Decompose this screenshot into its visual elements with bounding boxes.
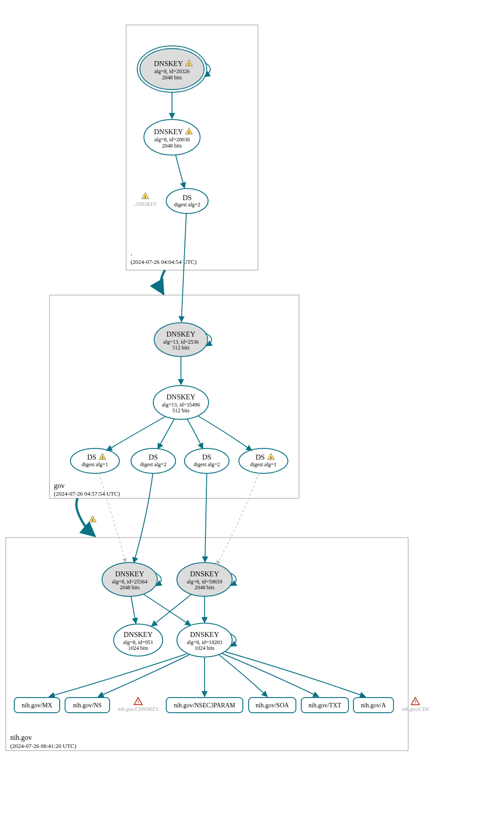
svg-text:1024 bits: 1024 bits bbox=[195, 645, 215, 651]
svg-text:nih.gov/TXT: nih.gov/TXT bbox=[308, 702, 341, 709]
svg-text:digest alg=1: digest alg=1 bbox=[250, 461, 276, 468]
svg-text:DNSKEY: DNSKEY bbox=[124, 631, 153, 638]
svg-text:DNSKEY: DNSKEY bbox=[190, 570, 219, 578]
svg-text:1024 bits: 1024 bits bbox=[128, 645, 148, 651]
svg-text:nih.gov/NSEC3PARAM: nih.gov/NSEC3PARAM bbox=[174, 702, 235, 709]
label-nih-cdnskey: nih.gov/CDNSKEY bbox=[118, 698, 159, 712]
rec-ns[interactable]: nih.gov/NS bbox=[65, 698, 110, 713]
svg-text:DS: DS bbox=[87, 453, 96, 461]
edge-root-zsk-ds bbox=[176, 155, 184, 188]
edge-nih-zsk2-mx bbox=[49, 654, 187, 697]
node-gov-zsk[interactable]: DNSKEY alg=13, id=35496 512 bits bbox=[153, 386, 209, 419]
svg-text:nih.gov/SOA: nih.gov/SOA bbox=[256, 702, 289, 709]
svg-text:2048 bits: 2048 bits bbox=[195, 584, 215, 591]
zone-ts-root: (2024-07-26 04:04:54 UTC) bbox=[131, 259, 197, 265]
svg-text:DNSKEY: DNSKEY bbox=[115, 570, 144, 578]
svg-text:alg=8, id=59659: alg=8, id=59659 bbox=[187, 579, 222, 585]
node-root-ds[interactable]: DS digest alg=2 bbox=[166, 189, 208, 214]
svg-text:DNSKEY: DNSKEY bbox=[154, 128, 183, 136]
svg-text:alg=8, id=20038: alg=8, id=20038 bbox=[154, 136, 190, 143]
node-nih-ksk1[interactable]: DNSKEY alg=8, id=25564 2048 bits bbox=[102, 563, 157, 596]
svg-text:alg=8, id=951: alg=8, id=951 bbox=[123, 639, 153, 645]
svg-text:DNSKEY: DNSKEY bbox=[167, 330, 196, 338]
edge-gov-zsk-ds3 bbox=[187, 419, 203, 449]
edge-nih-zsk2-ns bbox=[98, 655, 189, 697]
svg-text:digest alg=1: digest alg=1 bbox=[82, 461, 108, 468]
edge-nih-zsk2-soa bbox=[218, 654, 267, 697]
svg-text:digest alg=2: digest alg=2 bbox=[174, 201, 200, 208]
svg-text:DNSKEY: DNSKEY bbox=[190, 631, 219, 638]
svg-text:DS: DS bbox=[183, 194, 192, 201]
edge-nih-ksk1-zsk2 bbox=[143, 594, 191, 625]
svg-text:alg=8, id=25564: alg=8, id=25564 bbox=[112, 579, 148, 585]
edge-nih-zsk2-txt bbox=[222, 653, 319, 697]
zone-ts-nih: (2024-07-26 08:41:20 UTC) bbox=[10, 743, 76, 749]
edge-gov-zsk-ds2 bbox=[158, 419, 174, 449]
rec-a[interactable]: nih.gov/A bbox=[353, 698, 393, 713]
svg-text:nih.gov/MX: nih.gov/MX bbox=[22, 702, 53, 709]
edge-gov-ds3-nih-ksk2 bbox=[205, 473, 207, 562]
svg-text:DS: DS bbox=[256, 453, 265, 461]
node-gov-ksk[interactable]: DNSKEY alg=13, id=2536 512 bits bbox=[154, 323, 208, 357]
node-nih-ksk2[interactable]: DNSKEY alg=8, id=59659 2048 bits bbox=[177, 563, 232, 596]
svg-text:512 bits: 512 bits bbox=[172, 345, 190, 351]
rec-mx[interactable]: nih.gov/MX bbox=[14, 698, 60, 713]
edge-root-ds-gov-ksk bbox=[181, 214, 186, 322]
svg-text:alg=8, id=20326: alg=8, id=20326 bbox=[154, 68, 190, 74]
label-root-dnskey-missing: ./DNSKEY bbox=[134, 193, 157, 207]
zone-ts-gov: (2024-07-26 04:57:54 UTC) bbox=[54, 490, 120, 497]
svg-point-23 bbox=[70, 448, 119, 473]
edge-nih-zsk2-a bbox=[225, 652, 365, 697]
edge-gov-ds2-nih-ksk1 bbox=[134, 473, 153, 563]
node-nih-zsk2[interactable]: DNSKEY alg=8, id=19203 1024 bits bbox=[177, 623, 232, 657]
node-gov-ds2[interactable]: DS digest alg=2 bbox=[131, 448, 176, 473]
svg-text:DNSKEY: DNSKEY bbox=[167, 393, 196, 401]
label-nih-cds: nih.gov/CDS bbox=[402, 698, 429, 712]
node-gov-ds1[interactable]: DS digest alg=1 bbox=[70, 448, 119, 473]
svg-text:2048 bits: 2048 bits bbox=[120, 584, 140, 591]
zone-name-gov: gov bbox=[54, 482, 65, 490]
svg-text:512 bits: 512 bits bbox=[172, 407, 190, 414]
svg-text:DS: DS bbox=[149, 453, 158, 461]
node-nih-zsk1[interactable]: DNSKEY alg=8, id=951 1024 bits bbox=[114, 624, 163, 656]
edge-gov-zsk-ds4 bbox=[198, 416, 252, 451]
edge-nih-ksk1-zsk1 bbox=[131, 596, 136, 624]
svg-text:DNSKEY: DNSKEY bbox=[154, 60, 183, 67]
svg-point-32 bbox=[239, 448, 288, 473]
svg-text:./DNSKEY: ./DNSKEY bbox=[134, 201, 157, 207]
rec-nsec3param[interactable]: nih.gov/NSEC3PARAM bbox=[166, 698, 243, 713]
svg-text:alg=13, id=35496: alg=13, id=35496 bbox=[162, 402, 200, 408]
svg-text:nih.gov/CDNSKEY: nih.gov/CDNSKEY bbox=[118, 706, 159, 712]
svg-text:alg=8, id=19203: alg=8, id=19203 bbox=[187, 639, 222, 645]
edge-gov-zsk-ds1 bbox=[107, 417, 165, 451]
svg-text:nih.gov/NS: nih.gov/NS bbox=[73, 702, 102, 709]
svg-text:digest alg=2: digest alg=2 bbox=[193, 461, 220, 468]
node-gov-ds4[interactable]: DS digest alg=1 bbox=[239, 448, 288, 473]
node-root-zsk[interactable]: DNSKEY alg=8, id=20038 2048 bits bbox=[144, 119, 200, 155]
edge-gov-ds4-nih-ksk2 bbox=[217, 473, 259, 565]
svg-point-26 bbox=[131, 448, 176, 473]
zone-name-root: . bbox=[131, 249, 132, 257]
svg-text:nih.gov/A: nih.gov/A bbox=[361, 702, 386, 709]
deleg-edge-root-gov bbox=[161, 270, 165, 294]
svg-text:digest alg=2: digest alg=2 bbox=[140, 461, 166, 468]
svg-text:nih.gov/CDS: nih.gov/CDS bbox=[402, 706, 429, 712]
svg-text:alg=13, id=2536: alg=13, id=2536 bbox=[163, 339, 199, 345]
rec-txt[interactable]: nih.gov/TXT bbox=[301, 698, 348, 713]
svg-text:2048 bits: 2048 bits bbox=[162, 143, 182, 149]
zone-name-nih: nih.gov bbox=[10, 734, 32, 742]
edge-gov-ds1-nih-ksk1 bbox=[99, 473, 126, 563]
node-gov-ds3[interactable]: DS digest alg=2 bbox=[184, 448, 229, 473]
svg-point-29 bbox=[184, 448, 229, 473]
svg-text:DS: DS bbox=[202, 453, 211, 461]
warning-icon bbox=[89, 516, 96, 522]
edge-nih-ksk2-zsk1 bbox=[152, 594, 192, 626]
node-root-ksk[interactable]: DNSKEY alg=8, id=20326 2048 bits bbox=[137, 46, 207, 92]
rec-soa[interactable]: nih.gov/SOA bbox=[249, 698, 296, 713]
svg-text:2048 bits: 2048 bits bbox=[162, 74, 182, 81]
